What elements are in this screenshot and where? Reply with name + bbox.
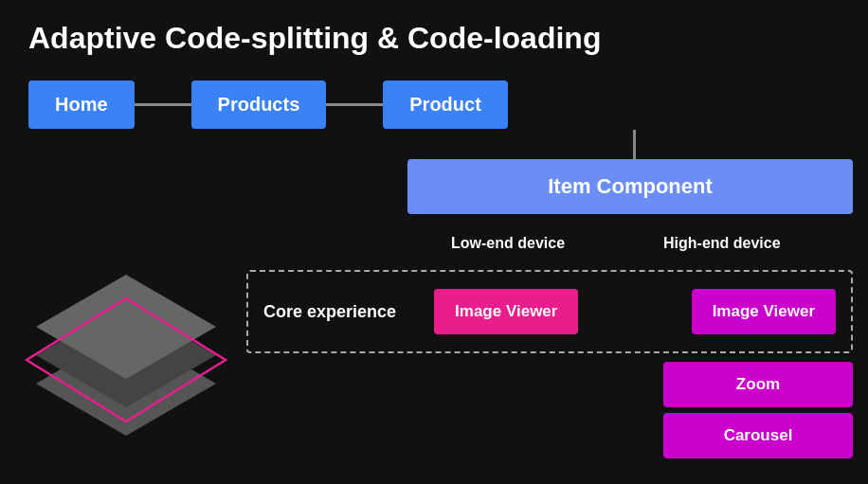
image-viewer-high-end: Image Viewer bbox=[692, 289, 836, 334]
page-title: Adaptive Code-splitting & Code-loading bbox=[28, 21, 601, 56]
core-experience-container: Core experience Image Viewer Image Viewe… bbox=[246, 270, 853, 353]
image-viewer-low-end: Image Viewer bbox=[434, 289, 578, 334]
route-row: Home Products Product bbox=[28, 81, 508, 129]
core-experience-label: Core experience bbox=[263, 302, 396, 322]
high-end-device-label: High-end device bbox=[663, 235, 781, 252]
vertical-connector-product bbox=[633, 130, 636, 161]
route-products: Products bbox=[191, 81, 327, 129]
route-home: Home bbox=[28, 81, 135, 129]
route-product: Product bbox=[383, 81, 508, 129]
zoom-box: Zoom bbox=[663, 362, 853, 407]
item-component-box: Item Component bbox=[407, 159, 853, 214]
low-end-device-label: Low-end device bbox=[451, 235, 565, 252]
connector-products-product bbox=[326, 103, 383, 106]
carousel-box: Carousel bbox=[663, 413, 853, 458]
connector-home-products bbox=[135, 103, 191, 106]
logo-layers bbox=[17, 275, 235, 464]
